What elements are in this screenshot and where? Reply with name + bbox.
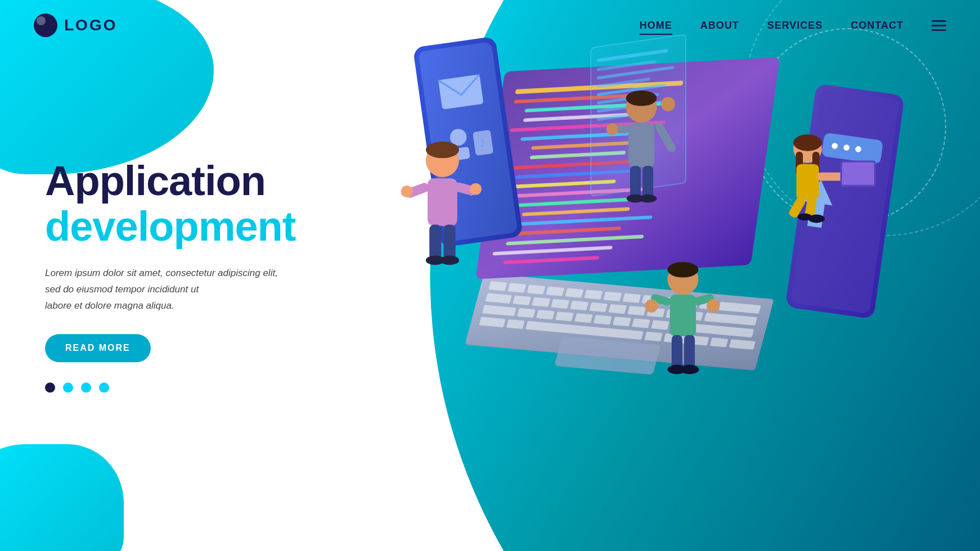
svg-rect-97 xyxy=(444,225,456,260)
svg-rect-32 xyxy=(613,317,631,326)
hero-left-section: Application development Lorem ipsum dolo… xyxy=(45,158,349,392)
navigation: HOME ABOUT SERVICES CONTACT xyxy=(640,20,946,31)
svg-rect-4 xyxy=(546,286,564,296)
svg-rect-7 xyxy=(604,291,622,301)
blob-bottom-left xyxy=(0,444,124,551)
hamburger-line-2 xyxy=(932,25,946,26)
header: LOGO HOME ABOUT SERVICES CONTACT xyxy=(0,0,980,51)
dot-3[interactable] xyxy=(81,383,91,393)
nav-services[interactable]: SERVICES xyxy=(767,20,823,31)
svg-rect-28 xyxy=(536,310,555,319)
svg-rect-1 xyxy=(488,281,507,291)
pagination-dots xyxy=(45,383,349,393)
svg-point-93 xyxy=(401,186,413,197)
svg-rect-18 xyxy=(570,301,588,310)
nav-about[interactable]: ABOUT xyxy=(700,20,739,31)
heading-line1: Application xyxy=(45,158,349,204)
svg-rect-91 xyxy=(428,178,457,225)
svg-rect-122 xyxy=(842,162,874,185)
hamburger-line-3 xyxy=(932,29,946,31)
svg-rect-6 xyxy=(585,290,603,299)
svg-rect-43 xyxy=(710,337,729,347)
hamburger-line-1 xyxy=(932,20,946,22)
svg-rect-33 xyxy=(632,318,650,328)
svg-point-129 xyxy=(707,300,720,313)
hamburger-menu[interactable] xyxy=(932,20,946,31)
svg-point-104 xyxy=(661,97,675,111)
svg-rect-5 xyxy=(565,288,584,297)
svg-rect-29 xyxy=(555,311,574,321)
dot-4[interactable] xyxy=(99,383,109,393)
svg-point-112 xyxy=(793,134,822,151)
svg-rect-131 xyxy=(684,335,695,369)
svg-rect-15 xyxy=(513,296,531,305)
svg-rect-27 xyxy=(517,308,536,318)
isometric-scene-svg: ♪ xyxy=(395,22,929,500)
svg-rect-21 xyxy=(627,306,646,315)
svg-rect-40 xyxy=(644,332,663,341)
svg-point-95 xyxy=(470,183,482,195)
svg-rect-130 xyxy=(672,335,682,369)
svg-rect-68 xyxy=(438,74,484,110)
svg-rect-3 xyxy=(527,284,545,294)
dot-1[interactable] xyxy=(45,383,55,393)
nav-home[interactable]: HOME xyxy=(640,20,672,31)
hero-illustration: ♪ xyxy=(361,0,980,551)
hero-description: Lorem ipsum dolor sit amet, consectetur … xyxy=(45,265,349,314)
svg-point-110 xyxy=(639,195,657,203)
svg-point-119 xyxy=(798,214,812,221)
svg-rect-31 xyxy=(594,315,612,324)
hero-heading: Application development xyxy=(45,158,349,250)
svg-rect-19 xyxy=(589,302,608,312)
svg-rect-96 xyxy=(429,225,441,260)
svg-rect-2 xyxy=(507,283,526,292)
svg-rect-102 xyxy=(628,123,654,167)
heading-line2: development xyxy=(45,204,349,250)
svg-rect-115 xyxy=(797,164,819,200)
svg-point-90 xyxy=(426,142,459,159)
svg-rect-16 xyxy=(532,297,550,307)
svg-rect-125 xyxy=(670,295,696,336)
svg-point-124 xyxy=(668,262,699,277)
svg-rect-20 xyxy=(608,304,627,314)
dot-2[interactable] xyxy=(63,383,73,393)
svg-point-106 xyxy=(606,123,618,135)
svg-rect-17 xyxy=(551,299,569,309)
logo-container[interactable]: LOGO xyxy=(34,13,117,37)
svg-rect-30 xyxy=(574,313,593,323)
svg-rect-107 xyxy=(630,166,641,198)
read-more-button[interactable]: READ MORE xyxy=(45,335,151,363)
svg-rect-8 xyxy=(623,293,641,302)
svg-point-99 xyxy=(440,255,459,265)
svg-point-133 xyxy=(680,365,699,374)
nav-contact[interactable]: CONTACT xyxy=(851,20,903,31)
svg-rect-34 xyxy=(651,320,669,329)
svg-rect-38 xyxy=(506,319,525,329)
svg-point-101 xyxy=(626,91,657,106)
svg-point-127 xyxy=(645,300,658,313)
svg-rect-108 xyxy=(642,166,653,198)
logo-text: LOGO xyxy=(64,16,117,34)
logo-icon xyxy=(34,13,57,37)
